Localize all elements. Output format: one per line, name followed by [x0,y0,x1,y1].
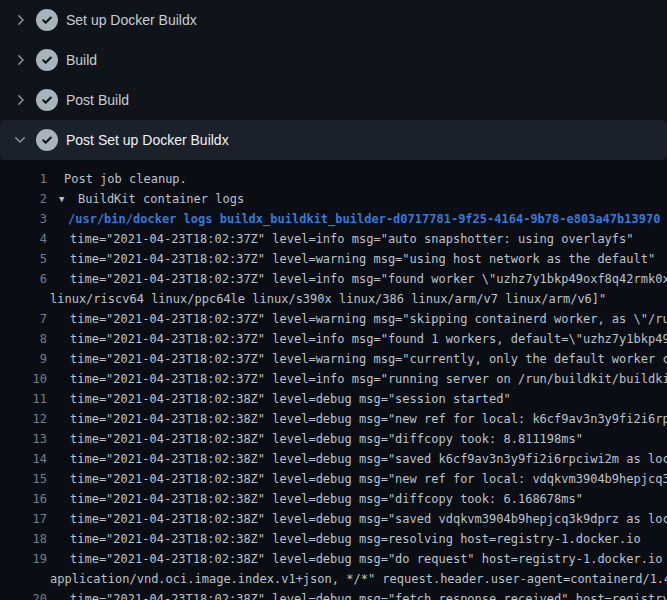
log-text: time="2021-04-23T18:02:37Z" level=warnin… [47,309,667,329]
log-line: 14time="2021-04-23T18:02:38Z" level=debu… [0,449,667,469]
line-number[interactable]: 12 [0,409,47,429]
step-title: Set up Docker Buildx [66,12,197,28]
line-number[interactable]: 8 [0,329,47,349]
log-text: time="2021-04-23T18:02:37Z" level=info m… [47,269,667,289]
line-number[interactable]: 13 [0,429,47,449]
line-number[interactable]: 2 [0,189,47,209]
log-area: 1Post job cleanup.2▼BuildKit container l… [0,160,667,600]
log-text: time="2021-04-23T18:02:37Z" level=info m… [47,369,667,389]
chevron-down-icon[interactable] [12,132,28,148]
check-circle-icon [36,89,58,111]
log-text: time="2021-04-23T18:02:38Z" level=debug … [47,429,667,449]
log-line: linux/riscv64 linux/ppc64le linux/s390x … [0,289,667,309]
check-circle-icon [36,49,58,71]
line-number[interactable]: 18 [0,529,47,549]
line-number[interactable]: 1 [0,169,47,189]
step-list: Set up Docker BuildxBuildPost BuildPost … [0,0,667,160]
log-text: ▼BuildKit container logs [47,189,667,209]
log-text: time="2021-04-23T18:02:38Z" level=debug … [47,529,667,549]
chevron-right-icon[interactable] [12,12,28,28]
log-line: 17time="2021-04-23T18:02:38Z" level=debu… [0,509,667,529]
log-text: time="2021-04-23T18:02:38Z" level=debug … [47,489,667,509]
log-text: Post job cleanup. [47,169,667,189]
log-line: 11time="2021-04-23T18:02:38Z" level=debu… [0,389,667,409]
log-line: 20time="2021-04-23T18:02:38Z" level=debu… [0,589,667,600]
log-line: 6time="2021-04-23T18:02:37Z" level=info … [0,269,667,289]
log-text: time="2021-04-23T18:02:38Z" level=debug … [47,549,667,569]
line-number[interactable]: 11 [0,389,47,409]
log-line: 4time="2021-04-23T18:02:37Z" level=info … [0,229,667,249]
group-title: BuildKit container logs [78,192,244,206]
line-number[interactable]: 19 [0,549,47,569]
log-line: 18time="2021-04-23T18:02:38Z" level=debu… [0,529,667,549]
log-text: time="2021-04-23T18:02:38Z" level=debug … [47,389,667,409]
log-text: time="2021-04-23T18:02:38Z" level=debug … [47,409,667,429]
log-line: 13time="2021-04-23T18:02:38Z" level=debu… [0,429,667,449]
log-line: 1Post job cleanup. [0,169,667,189]
log-line: 5time="2021-04-23T18:02:37Z" level=warni… [0,249,667,269]
line-number[interactable]: 6 [0,269,47,289]
log-command-text: /usr/bin/docker logs buildx_buildkit_bui… [47,209,667,229]
log-text: time="2021-04-23T18:02:38Z" level=debug … [47,509,667,529]
line-number[interactable]: 14 [0,449,47,469]
log-text: time="2021-04-23T18:02:37Z" level=info m… [47,329,667,349]
line-number[interactable]: 3 [0,209,47,229]
step-header-post-set-up-docker-buildx[interactable]: Post Set up Docker Buildx [0,120,667,160]
line-number [0,569,47,589]
line-number[interactable]: 15 [0,469,47,489]
log-text: time="2021-04-23T18:02:37Z" level=warnin… [47,349,667,369]
step-header-post-build[interactable]: Post Build [0,80,667,120]
step-title: Build [66,52,97,68]
line-number[interactable]: 5 [0,249,47,269]
chevron-right-icon[interactable] [12,92,28,108]
log-line: 16time="2021-04-23T18:02:38Z" level=debu… [0,489,667,509]
step-title: Post Build [66,92,129,108]
log-line: 9time="2021-04-23T18:02:37Z" level=warni… [0,349,667,369]
log-line: 19time="2021-04-23T18:02:38Z" level=debu… [0,549,667,569]
line-number[interactable]: 16 [0,489,47,509]
log-text: time="2021-04-23T18:02:38Z" level=debug … [47,589,667,600]
line-number[interactable]: 20 [0,589,47,600]
line-number[interactable]: 9 [0,349,47,369]
line-number[interactable]: 10 [0,369,47,389]
log-line: 3/usr/bin/docker logs buildx_buildkit_bu… [0,209,667,229]
log-line: 12time="2021-04-23T18:02:38Z" level=debu… [0,409,667,429]
log-text: time="2021-04-23T18:02:38Z" level=debug … [47,449,667,469]
log-line: 8time="2021-04-23T18:02:37Z" level=info … [0,329,667,349]
log-text: application/vnd.oci.image.index.v1+json,… [47,569,667,589]
log-line: 15time="2021-04-23T18:02:38Z" level=debu… [0,469,667,489]
actions-log-viewer: Set up Docker BuildxBuildPost BuildPost … [0,0,667,600]
log-text: linux/riscv64 linux/ppc64le linux/s390x … [47,289,667,309]
line-number[interactable]: 17 [0,509,47,529]
log-text: time="2021-04-23T18:02:37Z" level=info m… [47,229,667,249]
log-line: application/vnd.oci.image.index.v1+json,… [0,569,667,589]
log-line: 2▼BuildKit container logs [0,189,667,209]
log-line: 7time="2021-04-23T18:02:37Z" level=warni… [0,309,667,329]
log-line: 10time="2021-04-23T18:02:37Z" level=info… [0,369,667,389]
log-text: time="2021-04-23T18:02:38Z" level=debug … [47,469,667,489]
check-circle-icon [36,9,58,31]
check-circle-icon [36,129,58,151]
line-number [0,289,47,309]
step-header-build[interactable]: Build [0,40,667,80]
log-text: time="2021-04-23T18:02:37Z" level=warnin… [47,249,667,269]
line-number[interactable]: 4 [0,229,47,249]
step-header-set-up-docker-buildx[interactable]: Set up Docker Buildx [0,0,667,40]
step-title: Post Set up Docker Buildx [66,132,229,148]
chevron-right-icon[interactable] [12,52,28,68]
line-number[interactable]: 7 [0,309,47,329]
group-expander-icon[interactable]: ▼ [59,189,78,209]
